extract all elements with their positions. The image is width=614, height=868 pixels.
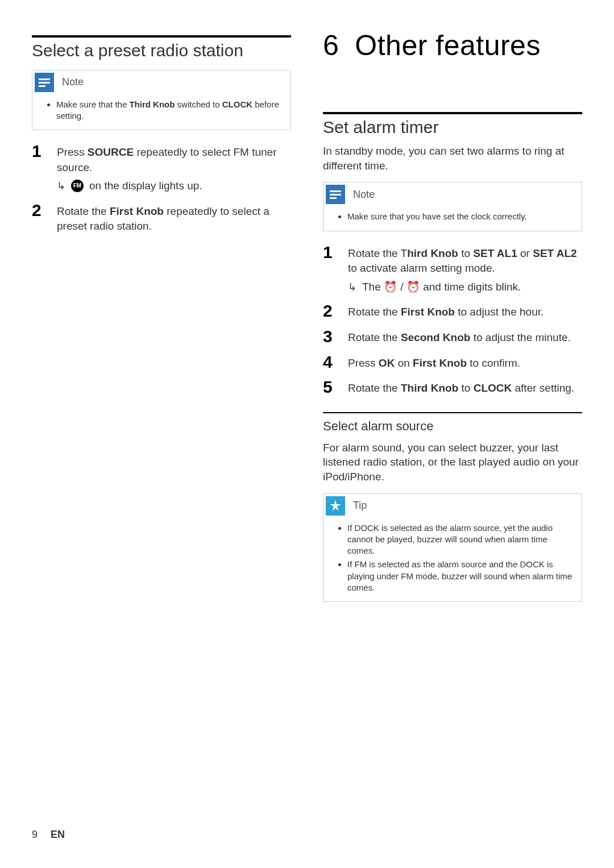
language-code: EN	[51, 829, 65, 840]
fm-icon: FM	[71, 180, 84, 192]
tip-item: If DOCK is selected as the alarm source,…	[347, 522, 574, 557]
steps-list: 1 Rotate the Third Knob to SET AL1 or SE…	[323, 244, 582, 396]
chapter-number: 6	[323, 31, 339, 61]
step-result: ↳ The ⏰ / ⏰ and time digits blink.	[348, 280, 582, 295]
step-number: 1	[323, 244, 335, 295]
section-title: Select a preset radio station	[32, 41, 291, 61]
tip-item: If FM is selected as the alarm source an…	[347, 559, 574, 593]
note-box: Note Make sure that you have set the clo…	[323, 182, 582, 231]
note-box: Note Make sure that the Third Knob switc…	[32, 70, 291, 131]
steps-list: 1 Press SOURCE repeatedly to select FM t…	[32, 143, 291, 234]
result-arrow-icon: ↳	[57, 181, 65, 191]
step: 2 Rotate the First Knob repeatedly to se…	[32, 202, 291, 234]
tip-label: Tip	[353, 500, 367, 512]
step-number: 1	[32, 143, 44, 194]
note-icon	[326, 185, 345, 204]
step: 1 Rotate the Third Knob to SET AL1 or SE…	[323, 244, 582, 295]
step: 2 Rotate the First Knob to adjust the ho…	[323, 302, 582, 320]
svg-rect-7	[330, 197, 337, 199]
alarm2-icon: ⏰	[406, 281, 420, 293]
step-number: 2	[32, 202, 44, 234]
note-icon	[35, 73, 54, 92]
step-result: ↳ FM on the display lights up.	[57, 178, 291, 194]
step-number: 5	[323, 379, 335, 396]
result-arrow-icon: ↳	[348, 282, 356, 292]
step-number: 2	[323, 302, 335, 320]
left-column: Select a preset radio station Note Make …	[32, 35, 291, 602]
step: 1 Press SOURCE repeatedly to select FM t…	[32, 143, 291, 194]
step: 3 Rotate the Second Knob to adjust the m…	[323, 328, 582, 346]
note-label: Note	[353, 189, 375, 201]
step-text: Press OK on First Knob to confirm.	[348, 354, 582, 371]
step-number: 3	[323, 328, 335, 346]
subsection-title: Select alarm source	[323, 419, 582, 434]
page-number: 9	[32, 829, 38, 840]
step-number: 4	[323, 354, 335, 371]
step-text: Rotate the Third Knob to SET AL1 or SET …	[348, 244, 582, 295]
step-text: Rotate the Third Knob to CLOCK after set…	[348, 379, 582, 396]
page-footer: 9 EN	[32, 829, 65, 841]
step: 5 Rotate the Third Knob to CLOCK after s…	[323, 379, 582, 396]
section-intro: In standby mode, you can set two alarms …	[323, 144, 582, 173]
step-text: Rotate the Second Knob to adjust the min…	[348, 328, 582, 346]
right-column: 6 Other features Set alarm timer In stan…	[323, 35, 582, 602]
note-item: Make sure that the Third Knob switched t…	[56, 99, 283, 122]
alarm1-icon: ⏰	[384, 281, 397, 293]
svg-rect-5	[330, 190, 341, 192]
chapter-heading: 6 Other features	[323, 31, 582, 61]
step-text: Press SOURCE repeatedly to select FM tun…	[57, 143, 291, 194]
svg-rect-6	[330, 194, 341, 196]
svg-rect-1	[39, 78, 50, 80]
svg-rect-2	[39, 82, 50, 84]
step: 4 Press OK on First Knob to confirm.	[323, 354, 582, 371]
step-text: Rotate the First Knob repeatedly to sele…	[57, 202, 291, 234]
tip-icon	[326, 496, 345, 516]
section-title: Set alarm timer	[323, 118, 582, 138]
note-item: Make sure that you have set the clock co…	[347, 211, 574, 222]
svg-rect-3	[39, 85, 45, 87]
note-label: Note	[62, 76, 84, 88]
chapter-title: Other features	[355, 31, 541, 61]
manual-page: Select a preset radio station Note Make …	[0, 0, 614, 868]
subsection-intro: For alarm sound, you can select buzzer, …	[323, 441, 582, 484]
tip-box: Tip If DOCK is selected as the alarm sou…	[323, 493, 582, 603]
step-text: Rotate the First Knob to adjust the hour…	[348, 302, 582, 320]
